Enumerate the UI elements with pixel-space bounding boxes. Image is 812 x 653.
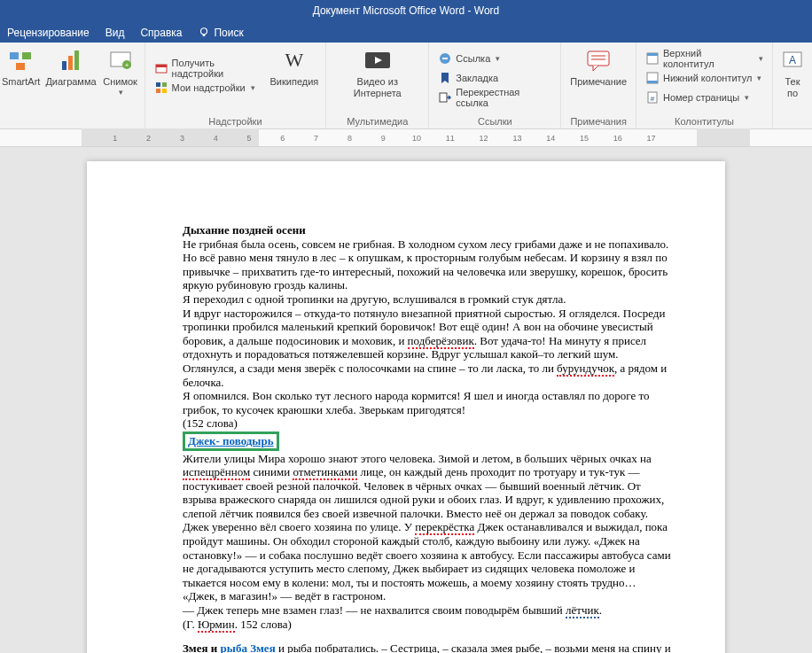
comments-group-label: Примечания (570, 115, 627, 128)
ribbon: SmartArt Диаграмма + Снимок ▾ (0, 43, 812, 129)
screenshot-icon: + (106, 46, 135, 74)
bookmark-label: Закладка (456, 73, 498, 83)
crossref-label: Перекрестная ссылка (456, 87, 551, 108)
hyperlink[interactable]: Джек- поводырь (188, 434, 274, 447)
tab-review[interactable]: Рецензирование (7, 27, 90, 39)
paragraph: Я опомнился. Вон сколько тут лесного нар… (183, 389, 672, 416)
chevron-down-icon: ▾ (251, 83, 255, 92)
video-icon (363, 46, 392, 74)
svg-rect-4 (16, 63, 25, 70)
svg-rect-2 (10, 52, 19, 59)
chart-icon (57, 46, 85, 74)
chart-button[interactable]: Диаграмма (43, 44, 98, 112)
pagenum-button[interactable]: # Номер страницы ▾ (640, 88, 769, 107)
smartart-button[interactable]: SmartArt (0, 44, 42, 112)
video-label: Видео из Интернета (335, 76, 419, 98)
chevron-down-icon: ▾ (759, 54, 763, 63)
pagenum-icon: # (645, 90, 660, 105)
tab-view[interactable]: Вид (105, 27, 125, 39)
wikipedia-button[interactable]: W Википедия (267, 44, 323, 112)
get-addins-button[interactable]: Получить надстройки (149, 58, 265, 78)
footer-button[interactable]: Нижний колонтитул ▾ (640, 68, 769, 88)
titlebar: Документ Microsoft Office Word - Word (0, 0, 812, 21)
tab-help[interactable]: Справка (140, 27, 182, 39)
lightbulb-icon (198, 27, 210, 39)
link-button[interactable]: Ссылка ▾ (433, 49, 557, 68)
bookmark-icon (438, 71, 452, 85)
bookmark-button[interactable]: Закладка (433, 68, 557, 88)
link-icon (438, 51, 452, 66)
comment-button[interactable]: Примечание (565, 44, 632, 112)
svg-text:#: # (651, 95, 655, 103)
pagenum-label: Номер страницы (663, 92, 739, 103)
paragraph: Змея и рыба Змея и рыба побратались. – С… (183, 641, 672, 653)
svg-rect-1 (203, 35, 206, 36)
svg-rect-16 (162, 89, 167, 93)
my-addins-label: Мои надстройки (172, 82, 246, 93)
screenshot-label: Снимок (103, 76, 137, 88)
my-addins-button[interactable]: Мои надстройки ▾ (149, 78, 265, 97)
svg-rect-28 (647, 81, 658, 83)
svg-rect-5 (62, 61, 66, 70)
headerfooter-group-label: Колонтитулы (675, 115, 734, 128)
link-label: Ссылка (456, 53, 490, 64)
textbox-icon: A (778, 46, 807, 74)
document-area[interactable]: Дыхание поздней осени Не грибная была ос… (0, 147, 812, 653)
search-label: Поиск (214, 27, 243, 39)
svg-rect-6 (68, 56, 73, 70)
store-icon (154, 61, 168, 75)
document-body[interactable]: Дыхание поздней осени Не грибная была ос… (183, 223, 672, 653)
svg-rect-12 (156, 65, 167, 67)
header-icon (645, 51, 660, 66)
comment-icon (584, 46, 613, 74)
footer-label: Нижний колонтитул (663, 73, 752, 83)
header-button[interactable]: Верхний колонтитул ▾ (640, 49, 769, 68)
ribbon-tabs: Рецензирование Вид Справка Поиск (0, 21, 812, 43)
paragraph: Не грибная была осень, совсем не грибная… (183, 237, 672, 292)
textbox-button[interactable]: A Тек по (777, 44, 808, 112)
crossref-button[interactable]: Перекрестная ссылка (433, 88, 557, 107)
svg-text:A: A (789, 54, 796, 66)
page[interactable]: Дыхание поздней осени Не грибная была ос… (87, 161, 725, 653)
svg-rect-26 (647, 53, 658, 56)
smartart-label: SmartArt (2, 76, 40, 88)
textbox-label: Тек по (778, 76, 807, 98)
addins-group-label: Надстройки (208, 115, 262, 128)
svg-rect-14 (162, 82, 167, 87)
paragraph: Жители улицы Мира хорошо знают этого чел… (183, 452, 672, 604)
hyperlink[interactable]: рыба Змея (221, 641, 276, 653)
chevron-down-icon: ▾ (119, 88, 123, 97)
highlighted-hyperlink[interactable]: Джек- поводырь (183, 431, 279, 451)
paragraph: (152 слова) (183, 416, 672, 431)
chart-label: Диаграмма (45, 76, 96, 88)
comment-label: Примечание (570, 76, 627, 88)
svg-rect-13 (156, 82, 160, 87)
group-label (69, 115, 72, 128)
title: Документ Microsoft Office Word - Word (313, 4, 500, 17)
paragraph: Я переходил с одной тропинки на другую, … (183, 292, 672, 307)
svg-text:W: W (285, 49, 303, 71)
get-addins-label: Получить надстройки (172, 58, 260, 79)
chevron-down-icon: ▾ (757, 74, 761, 82)
svg-rect-3 (22, 52, 31, 59)
svg-rect-22 (588, 51, 609, 66)
heading: Дыхание поздней осени (183, 223, 306, 237)
addins-icon (154, 81, 168, 95)
wikipedia-icon: W (280, 46, 308, 74)
svg-text:+: + (124, 61, 129, 69)
chevron-down-icon: ▾ (745, 93, 749, 102)
tellme-search[interactable]: Поиск (198, 27, 243, 39)
online-video-button[interactable]: Видео из Интернета (330, 44, 425, 112)
svg-point-0 (201, 28, 207, 35)
header-label: Верхний колонтитул (663, 48, 753, 69)
smartart-icon (7, 46, 35, 74)
svg-rect-7 (74, 51, 79, 70)
links-group-label: Ссылки (478, 115, 512, 128)
crossref-icon (438, 90, 452, 105)
svg-rect-15 (156, 89, 160, 93)
media-group-label: Мультимедиа (347, 115, 408, 128)
group-label (791, 115, 793, 128)
paragraph: (Г. Юрмин. 152 слова) (183, 618, 672, 632)
horizontal-ruler[interactable]: 1234567891011121314151617 (0, 129, 812, 147)
screenshot-button[interactable]: + Снимок ▾ (100, 44, 141, 112)
